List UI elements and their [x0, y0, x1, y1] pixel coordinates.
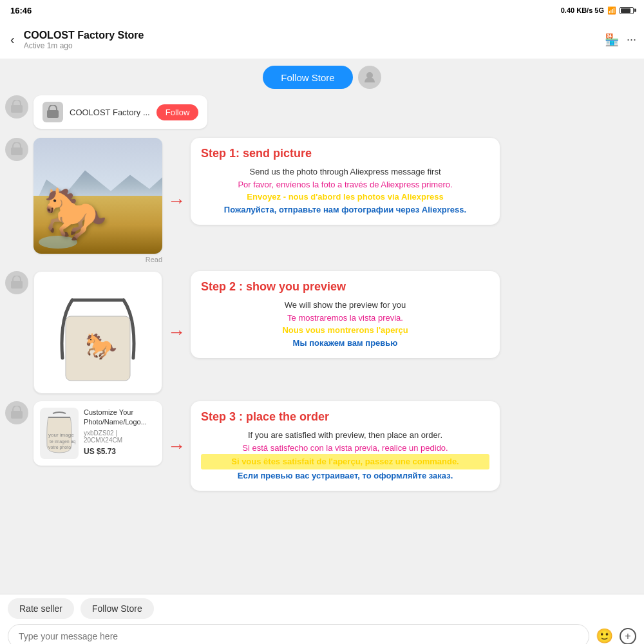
follow-banner: Follow Store	[5, 66, 639, 89]
follow-store-bottom-button[interactable]: Follow Store	[80, 598, 154, 619]
time-display: 16:46	[10, 6, 32, 15]
step3-text-es: Si está satisfecho con la vista previa, …	[201, 442, 489, 455]
horse-image: 🐎	[33, 138, 162, 254]
svg-text:te imagen aqui: te imagen aqui	[50, 439, 75, 444]
chat-area: Follow Store COOLOST Factory ... Follow	[0, 59, 644, 594]
step1-title: Step 1: send picture	[201, 147, 489, 160]
header-info: COOLOST Factory Store Active 1m ago	[24, 30, 598, 50]
svg-rect-4	[11, 281, 23, 289]
emoji-button[interactable]: 🙂	[596, 628, 613, 644]
arrow-step1: →	[167, 191, 185, 211]
store-name-header: COOLOST Factory Store	[24, 30, 598, 41]
more-options-icon[interactable]: ···	[627, 33, 636, 46]
bottom-bar: Rate seller Follow Store 🙂 +	[0, 594, 644, 644]
step1-text-en: Send us the photo through Aliexpress mes…	[201, 166, 489, 178]
store-avatar	[5, 95, 28, 118]
step3-text-fr: Si vous êtes satisfait de l'aperçu, pass…	[201, 454, 489, 469]
message-input[interactable]	[8, 624, 589, 644]
store-card-name: COOLOST Factory ...	[70, 108, 150, 117]
battery-icon	[620, 7, 634, 14]
message-input-row: 🙂 +	[0, 621, 644, 644]
network-speed: 0.40 KB/s 5G	[561, 6, 604, 14]
chat-header: ‹ COOLOST Factory Store Active 1m ago 🏪 …	[0, 21, 644, 59]
bag-svg: 🐎	[53, 281, 143, 384]
store-card-row: COOLOST Factory ... Follow	[5, 95, 639, 129]
svg-text:🐎: 🐎	[85, 330, 117, 361]
step3-title: Step 3 : place the order	[201, 410, 489, 424]
product-details: Customize Your Photo/Name/Logo... yxbDZS…	[84, 408, 156, 459]
svg-rect-2	[47, 110, 59, 118]
bag-image: 🐎	[33, 271, 162, 393]
header-icons: 🏪 ···	[605, 33, 636, 47]
store-avatar-step3	[5, 401, 28, 424]
step2-card: Step 2 : show you preview We will show t…	[191, 271, 500, 358]
follow-button-card[interactable]: Follow	[156, 104, 199, 120]
arrow-step3: →	[167, 436, 185, 457]
step2-row: 🐎 → Step 2 : show you preview We will sh…	[5, 271, 639, 393]
product-sku: yxbDZS02 | 20CMX24CM	[84, 430, 156, 444]
step1-text-ru: Пожалуйста, отправьте нам фотографии чер…	[201, 204, 489, 216]
svg-rect-3	[11, 147, 23, 155]
step2-text-fr: Nous vous montrerons l'aperçu	[201, 324, 489, 337]
step1-row: 🐎 Read → Step 1: send picture Send us th…	[5, 138, 639, 263]
active-status: Active 1m ago	[24, 41, 598, 50]
step2-title: Step 2 : show you preview	[201, 280, 489, 294]
add-attachment-button[interactable]: +	[620, 628, 636, 644]
arrow-step2: →	[167, 322, 185, 343]
step3-text-ru: Если превью вас устраивает, то оформляйт…	[201, 469, 489, 482]
svg-rect-9	[11, 411, 23, 419]
step2-text-ru: Мы покажем вам превью	[201, 337, 489, 350]
step3-card: Step 3 : place the order If you are sati…	[191, 401, 500, 491]
store-avatar-step1	[5, 138, 28, 161]
step1-text-fr: Envoyez - nous d'abord les photos via Al…	[201, 191, 489, 204]
status-bar: 16:46 0.40 KB/s 5G 📶	[0, 0, 644, 21]
step1-content: 🐎 Read	[33, 138, 162, 263]
step1-card: Step 1: send picture Send us the photo t…	[191, 138, 500, 225]
product-name: Customize Your Photo/Name/Logo...	[84, 408, 156, 428]
store-card: COOLOST Factory ... Follow	[33, 95, 207, 129]
svg-text:your image: your image	[48, 432, 74, 438]
action-buttons-row: Rate seller Follow Store	[0, 594, 644, 621]
product-card[interactable]: your image te imagen aqui votre photo Cu…	[33, 401, 162, 466]
store-icon-header[interactable]: 🏪	[605, 33, 619, 47]
step1-text-es: Por favor, envíenos la foto a través de …	[201, 178, 489, 191]
back-button[interactable]: ‹	[8, 30, 17, 50]
wifi-icon: 📶	[607, 6, 616, 15]
step2-text-es: Te mostraremos la vista previa.	[201, 312, 489, 325]
read-status: Read	[33, 256, 162, 263]
horse-emoji: 🐎	[43, 184, 108, 244]
product-thumbnail: your image te imagen aqui votre photo	[40, 408, 79, 459]
product-price: US $5.73	[84, 447, 156, 456]
step2-left: 🐎	[33, 271, 162, 393]
store-avatar-step2	[5, 271, 28, 294]
step3-text-en: If you are satisfied with preview, then …	[201, 429, 489, 442]
store-logo-icon	[43, 102, 63, 122]
user-avatar-top	[358, 66, 381, 89]
rate-seller-button[interactable]: Rate seller	[8, 598, 74, 619]
follow-store-banner-button[interactable]: Follow Store	[263, 66, 352, 89]
svg-text:votre photo: votre photo	[48, 445, 71, 450]
svg-rect-1	[11, 105, 23, 113]
step2-text-en: We will show the preview for you	[201, 299, 489, 312]
step3-row: your image te imagen aqui votre photo Cu…	[5, 401, 639, 491]
